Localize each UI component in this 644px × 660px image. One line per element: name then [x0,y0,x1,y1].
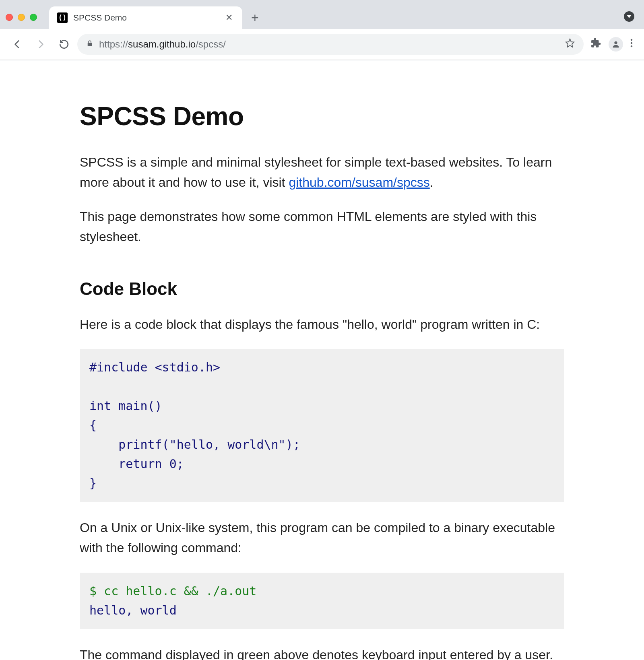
profile-avatar-icon[interactable] [609,37,623,52]
back-button[interactable] [7,35,27,54]
bookmark-star-icon[interactable] [565,38,575,51]
browser-tab-active[interactable]: () SPCSS Demo ✕ [49,6,242,29]
new-tab-button[interactable]: + [247,11,265,29]
page-title: SPCSS Demo [80,97,564,136]
address-bar[interactable]: https://susam.github.io/spcss/ [77,34,584,55]
browser-chrome: () SPCSS Demo ✕ + https://susam.github.i… [0,0,644,60]
shell-kbd-input: $ cc hello.c && ./a.out [89,584,256,598]
extensions-icon[interactable] [587,38,605,51]
explain-text-1: The command displayed in green above den… [80,648,553,660]
svg-point-4 [631,45,633,47]
code-block-shell: $ cc hello.c && ./a.out hello, world [80,573,564,629]
code-block-c: #include <stdio.h> int main() { printf("… [80,349,564,502]
forward-button[interactable] [31,35,51,54]
window-zoom-button[interactable] [30,14,37,21]
compile-intro-paragraph: On a Unix or Unix-like system, this prog… [80,518,564,558]
tab-favicon: () [57,12,68,23]
svg-point-2 [631,39,633,41]
svg-marker-0 [566,39,574,47]
chrome-menu-button[interactable] [626,38,637,51]
window-minimize-button[interactable] [18,14,25,21]
code-intro-paragraph: Here is a code block that displays the f… [80,315,564,335]
url-text: https://susam.github.io/spcss/ [99,39,559,50]
tab-strip: () SPCSS Demo ✕ + [0,0,644,29]
window-controls [6,14,37,21]
intro-paragraph-2: This page demonstrates how some common H… [80,207,564,247]
shell-output: hello, world [89,603,177,617]
tab-title: SPCSS Demo [73,13,218,23]
tab-close-button[interactable]: ✕ [224,12,234,24]
explain-paragraph: The command displayed in green above den… [80,645,564,660]
svg-point-3 [631,42,633,44]
lock-icon [86,39,93,50]
svg-point-1 [614,41,617,44]
section-title-code-block: Code Block [80,275,564,303]
account-dropdown-icon[interactable] [624,11,634,22]
page-content: SPCSS Demo SPCSS is a simple and minimal… [60,60,584,660]
intro-text-post: . [430,175,433,190]
browser-toolbar: https://susam.github.io/spcss/ [0,29,644,60]
window-close-button[interactable] [6,14,13,21]
reload-button[interactable] [54,35,74,54]
repo-link[interactable]: github.com/susam/spcss [289,175,429,190]
intro-paragraph: SPCSS is a simple and minimal stylesheet… [80,153,564,192]
